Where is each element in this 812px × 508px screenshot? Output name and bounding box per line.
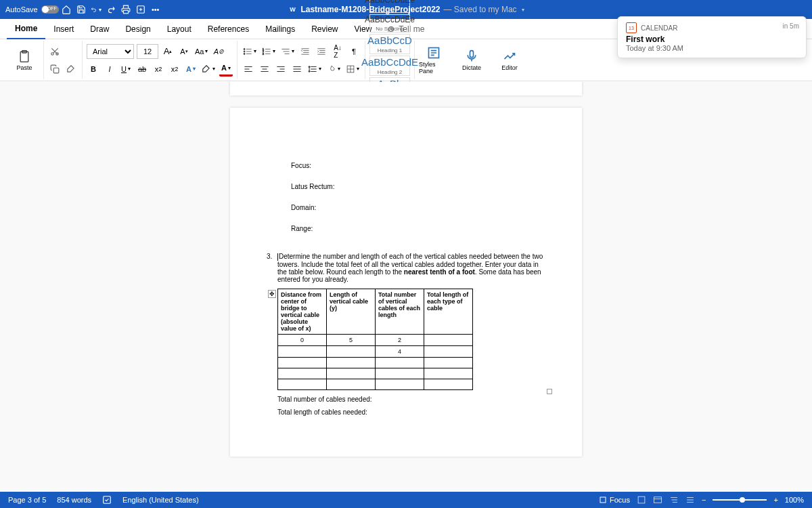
table-cell[interactable] <box>278 357 327 368</box>
view-web-icon[interactable] <box>653 495 662 505</box>
tab-draw[interactable]: Draw <box>82 19 117 39</box>
bold-button[interactable]: B <box>87 62 100 77</box>
document-title[interactable]: W Lastname-M1208-BridgeProject2022 — Sav… <box>288 5 524 14</box>
align-right-icon[interactable] <box>274 62 288 77</box>
style-heading-2[interactable]: AaBbCcDdEHeading 2 <box>369 56 410 76</box>
table-header[interactable]: Total number of vertical cables of each … <box>376 289 424 334</box>
question-3[interactable]: 3. Determine the number and length of ea… <box>264 253 548 416</box>
tab-design[interactable]: Design <box>117 19 158 39</box>
table-cell[interactable] <box>376 357 424 368</box>
table-cell[interactable]: 4 <box>376 345 424 357</box>
grow-font-icon[interactable]: A▴ <box>161 44 175 59</box>
table-row[interactable]: 052 <box>278 334 473 345</box>
total-length[interactable]: Total length of cables needed: <box>277 408 548 416</box>
table-row[interactable] <box>278 357 473 368</box>
zoom-slider[interactable] <box>713 499 767 501</box>
language-indicator[interactable]: English (United States) <box>122 496 199 504</box>
table-cell[interactable] <box>278 368 327 379</box>
page-current[interactable]: Focus: Latus Rectum: Domain: Range: 3. D… <box>230 108 582 457</box>
table-cell[interactable]: 0 <box>278 334 327 345</box>
table-row[interactable] <box>278 379 473 389</box>
table-cell[interactable] <box>278 379 327 389</box>
dictate-button[interactable]: Dictate <box>457 44 487 77</box>
font-family-select[interactable]: Arial <box>87 44 134 59</box>
table-cell[interactable] <box>376 368 424 379</box>
bullets-icon[interactable]: ▾ <box>242 44 258 59</box>
table-header[interactable]: Distance from center of bridge to vertic… <box>278 289 327 334</box>
share-icon[interactable] <box>135 4 146 15</box>
change-case-icon[interactable]: Aa▾ <box>194 44 209 59</box>
tab-insert[interactable]: Insert <box>45 19 82 39</box>
strikethrough-button[interactable]: ab <box>135 62 149 77</box>
view-outline-icon[interactable] <box>669 495 679 505</box>
font-size-input[interactable] <box>137 44 158 59</box>
tab-home[interactable]: Home <box>7 19 45 39</box>
decrease-indent-icon[interactable] <box>298 44 312 59</box>
field-domain[interactable]: Domain: <box>264 204 548 211</box>
zoom-in-button[interactable]: + <box>773 496 777 504</box>
more-icon[interactable]: ••• <box>150 4 161 15</box>
table-resize-handle[interactable] <box>547 389 552 394</box>
calendar-notification[interactable]: 13CALENDAR in 5m First work Today at 9:3… <box>617 16 807 58</box>
underline-button[interactable]: U▾ <box>119 62 133 77</box>
table-header[interactable]: Length of vertical cable (y) <box>327 289 376 334</box>
tab-references[interactable]: References <box>200 19 257 39</box>
increase-indent-icon[interactable] <box>315 44 328 59</box>
table-cell[interactable] <box>424 334 473 345</box>
tab-review[interactable]: Review <box>303 19 346 39</box>
print-icon[interactable] <box>120 4 131 15</box>
tab-mailings[interactable]: Mailings <box>257 19 303 39</box>
save-icon[interactable] <box>76 4 87 15</box>
table-cell[interactable] <box>424 368 473 379</box>
total-cables[interactable]: Total number of cables needed: <box>277 396 548 403</box>
align-center-icon[interactable] <box>258 62 271 77</box>
italic-button[interactable]: I <box>103 62 116 77</box>
table-cell[interactable] <box>327 357 376 368</box>
borders-icon[interactable]: ▾ <box>344 62 361 77</box>
redo-icon[interactable] <box>106 4 116 15</box>
justify-icon[interactable] <box>290 62 304 77</box>
table-cell[interactable] <box>327 345 376 357</box>
superscript-button[interactable]: x2 <box>168 62 181 77</box>
field-range[interactable]: Range: <box>264 225 548 232</box>
editor-button[interactable]: Editor <box>495 44 524 77</box>
field-focus[interactable]: Focus: <box>264 162 548 169</box>
tab-layout[interactable]: Layout <box>159 19 200 39</box>
multilevel-list-icon[interactable]: ▾ <box>279 44 296 59</box>
copy-icon[interactable] <box>48 62 62 77</box>
table-cell[interactable] <box>424 345 473 357</box>
home-icon[interactable] <box>61 4 72 15</box>
undo-icon[interactable]: ▾ <box>91 4 102 15</box>
format-painter-icon[interactable] <box>64 62 78 77</box>
align-left-icon[interactable] <box>242 62 255 77</box>
table-cell[interactable] <box>376 379 424 389</box>
table-row[interactable] <box>278 368 473 379</box>
autosave-toggle[interactable]: AutoSave <box>5 5 59 14</box>
zoom-level[interactable]: 100% <box>785 496 804 504</box>
page-indicator[interactable]: Page 3 of 5 <box>8 496 46 504</box>
table-cell[interactable] <box>278 345 327 357</box>
spell-check-icon[interactable] <box>102 495 112 505</box>
table-cell[interactable] <box>424 379 473 389</box>
data-table[interactable]: Distance from center of bridge to vertic… <box>277 289 473 390</box>
table-row[interactable]: 4 <box>278 345 473 357</box>
field-latus[interactable]: Latus Rectum: <box>264 183 548 190</box>
font-color-icon[interactable]: A▾ <box>219 62 233 77</box>
document-canvas[interactable]: Focus: Latus Rectum: Domain: Range: 3. D… <box>0 82 812 492</box>
word-count[interactable]: 854 words <box>57 496 91 504</box>
table-cell[interactable] <box>327 379 376 389</box>
line-spacing-icon[interactable]: ▾ <box>307 62 323 77</box>
show-marks-icon[interactable]: ¶ <box>347 44 361 59</box>
subscript-button[interactable]: x2 <box>152 62 165 77</box>
paste-button[interactable]: Paste <box>9 44 39 77</box>
style-heading-1[interactable]: AaBbCcDHeading 1 <box>369 34 410 54</box>
table-move-handle[interactable]: ✥ <box>268 290 276 298</box>
zoom-out-button[interactable]: − <box>702 496 706 504</box>
cut-icon[interactable] <box>48 44 62 59</box>
clear-format-icon[interactable]: A⊘ <box>212 44 225 59</box>
numbering-icon[interactable]: 123▾ <box>261 44 277 59</box>
highlight-icon[interactable]: ▾ <box>200 62 217 77</box>
shading-icon[interactable]: ▾ <box>325 62 342 77</box>
view-draft-icon[interactable] <box>685 495 695 505</box>
table-cell[interactable] <box>327 368 376 379</box>
